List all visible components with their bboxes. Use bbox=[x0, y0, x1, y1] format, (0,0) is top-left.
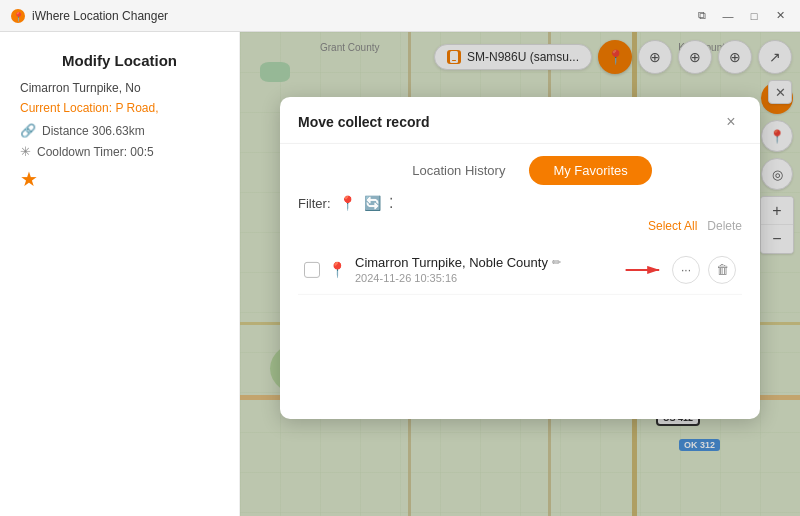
item-checkbox[interactable] bbox=[304, 261, 320, 277]
window-controls: ⧉ — □ ✕ bbox=[692, 6, 790, 26]
item-name: Cimarron Turnpike, Noble County ✏ bbox=[355, 255, 616, 270]
left-panel: Modify Location Cimarron Turnpike, No Cu… bbox=[0, 32, 240, 516]
item-delete-btn[interactable]: 🗑 bbox=[708, 255, 736, 283]
address-text: Cimarron Turnpike, No bbox=[20, 81, 219, 95]
minimize-btn[interactable]: — bbox=[718, 6, 738, 26]
distance-text: Distance 306.63km bbox=[42, 124, 145, 138]
star-rating: ★ bbox=[20, 167, 219, 191]
action-row: Select All Delete bbox=[280, 219, 760, 239]
tab-location-history[interactable]: Location History bbox=[388, 156, 529, 185]
cooldown-icon: ✳ bbox=[20, 144, 31, 159]
tab-row: Location History My Favorites bbox=[280, 144, 760, 185]
svg-text:📍: 📍 bbox=[13, 11, 25, 23]
list-area: 📍 Cimarron Turnpike, Noble County ✏ 2024… bbox=[280, 239, 760, 419]
item-edit-icon[interactable]: ✏ bbox=[552, 256, 561, 269]
restore-btn[interactable]: ⧉ bbox=[692, 6, 712, 26]
map-area: Grant County Kay County US 412 OK 312 SM… bbox=[240, 32, 800, 516]
app-icon: 📍 bbox=[10, 8, 26, 24]
cooldown-row: ✳ Cooldown Timer: 00:5 bbox=[20, 144, 219, 159]
modal-header: Move collect record × bbox=[280, 97, 760, 144]
app-body: Modify Location Cimarron Turnpike, No Cu… bbox=[0, 32, 800, 516]
distance-icon: 🔗 bbox=[20, 123, 36, 138]
modal-close-btn[interactable]: × bbox=[720, 111, 742, 133]
modal-title: Move collect record bbox=[298, 114, 430, 130]
item-pin-icon: 📍 bbox=[328, 260, 347, 278]
cooldown-text: Cooldown Timer: 00:5 bbox=[37, 145, 154, 159]
filter-label: Filter: bbox=[298, 195, 331, 210]
current-location: Current Location: P Road, bbox=[20, 101, 219, 115]
delete-btn[interactable]: Delete bbox=[707, 219, 742, 233]
tab-my-favorites[interactable]: My Favorites bbox=[529, 156, 651, 185]
panel-title: Modify Location bbox=[20, 52, 219, 69]
select-all-btn[interactable]: Select All bbox=[648, 219, 697, 233]
item-text: Cimarron Turnpike, Noble County ✏ 2024-1… bbox=[355, 255, 616, 284]
modal: Move collect record × Location History M… bbox=[280, 97, 760, 419]
item-date: 2024-11-26 10:35:16 bbox=[355, 272, 616, 284]
app-title: iWhere Location Changer bbox=[32, 9, 692, 23]
modal-overlay: Move collect record × Location History M… bbox=[240, 32, 800, 516]
close-btn[interactable]: ✕ bbox=[770, 6, 790, 26]
distance-row: 🔗 Distance 306.63km bbox=[20, 123, 219, 138]
titlebar: 📍 iWhere Location Changer ⧉ — □ ✕ bbox=[0, 0, 800, 32]
filter-dots-icon[interactable]: ⁚ bbox=[389, 195, 393, 211]
red-arrow bbox=[624, 259, 664, 279]
filter-pin-icon[interactable]: 📍 bbox=[339, 195, 356, 211]
list-item: 📍 Cimarron Turnpike, Noble County ✏ 2024… bbox=[298, 245, 742, 295]
item-more-btn[interactable]: ··· bbox=[672, 255, 700, 283]
maximize-btn[interactable]: □ bbox=[744, 6, 764, 26]
filter-route-icon[interactable]: 🔄 bbox=[364, 195, 381, 211]
filter-row: Filter: 📍 🔄 ⁚ bbox=[280, 185, 760, 219]
